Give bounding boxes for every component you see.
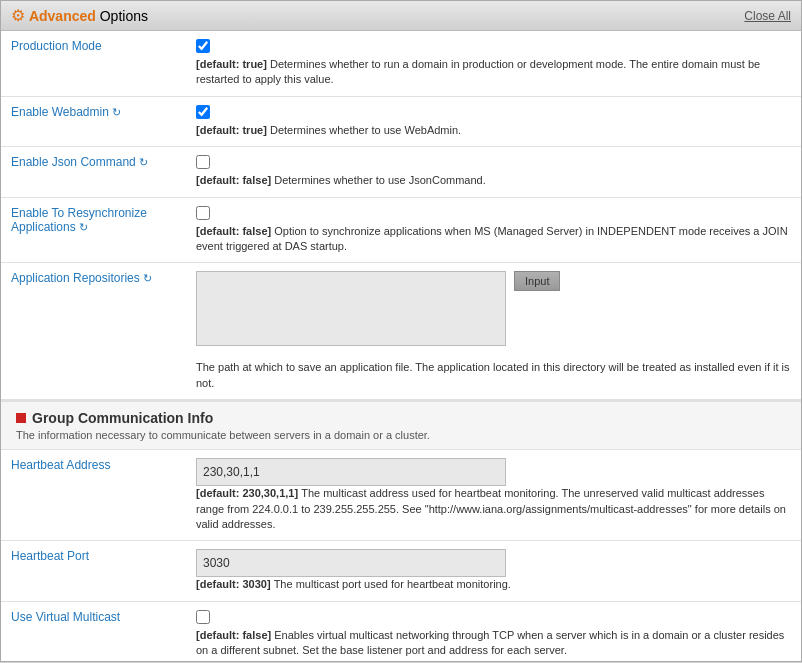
default-label-heartbeat-port: [default: 3030] [196, 578, 274, 590]
refresh-icon-enable-resynchronize[interactable]: ↻ [79, 221, 88, 234]
desc-enable-webadmin: Determines whether to use WebAdmin. [270, 124, 461, 136]
row-heartbeat-address: Heartbeat Address[default: 230,30,1,1] T… [1, 450, 801, 541]
label-cell-application-repositories: Application Repositories ↻ [1, 263, 186, 400]
textarea-application-repositories[interactable] [196, 271, 506, 346]
title-bar: ⚙ Advanced Options Close All [1, 1, 801, 31]
refresh-icon-enable-webadmin[interactable]: ↻ [112, 106, 121, 119]
label-heartbeat-address: Heartbeat Address [11, 458, 110, 472]
desc-heartbeat-port: The multicast port used for heartbeat mo… [274, 578, 511, 590]
window-title: ⚙ Advanced Options [11, 6, 148, 25]
section-description: The information necessary to communicate… [16, 429, 786, 441]
desc-use-virtual-multicast: Enables virtual multicast networking thr… [196, 629, 784, 656]
value-cell-heartbeat-address: [default: 230,30,1,1] The multicast addr… [186, 450, 801, 541]
text-input-heartbeat-port[interactable] [196, 549, 506, 577]
default-label-enable-json-command: [default: false] [196, 174, 274, 186]
desc-application-repositories: The path at which to save an application… [196, 361, 790, 388]
label-enable-webadmin: Enable Webadmin [11, 105, 109, 119]
desc-enable-resynchronize: Option to synchronize applications when … [196, 225, 788, 252]
default-label-heartbeat-address: [default: 230,30,1,1] [196, 487, 301, 499]
title-advanced: Advanced [29, 8, 96, 24]
checkbox-enable-json-command[interactable] [196, 155, 210, 169]
desc-enable-json-command: Determines whether to use JsonCommand. [274, 174, 486, 186]
label-cell-heartbeat-address: Heartbeat Address [1, 450, 186, 541]
gear-icon: ⚙ [11, 7, 25, 24]
content-area: Production Mode[default: true] Determine… [1, 31, 801, 661]
default-label-production-mode: [default: true] [196, 58, 270, 70]
value-cell-production-mode: [default: true] Determines whether to ru… [186, 31, 801, 96]
value-cell-enable-resynchronize: [default: false] Option to synchronize a… [186, 197, 801, 263]
label-cell-enable-resynchronize: Enable To Resynchronize Applications ↻ [1, 197, 186, 263]
section-title-text: Group Communication Info [32, 410, 213, 426]
desc-production-mode: Determines whether to run a domain in pr… [196, 58, 760, 85]
value-cell-enable-json-command: [default: false] Determines whether to u… [186, 147, 801, 197]
label-cell-production-mode: Production Mode [1, 31, 186, 96]
row-use-virtual-multicast: Use Virtual Multicast[default: false] En… [1, 601, 801, 661]
title-rest: Options [96, 8, 148, 24]
label-cell-use-virtual-multicast: Use Virtual Multicast [1, 601, 186, 661]
label-cell-enable-json-command: Enable Json Command ↻ [1, 147, 186, 197]
close-all-button[interactable]: Close All [744, 9, 791, 23]
row-enable-json-command: Enable Json Command ↻[default: false] De… [1, 147, 801, 197]
advanced-options-window: ⚙ Advanced Options Close All Production … [0, 0, 802, 662]
label-use-virtual-multicast: Use Virtual Multicast [11, 610, 120, 624]
row-enable-webadmin: Enable Webadmin ↻[default: true] Determi… [1, 96, 801, 146]
label-application-repositories: Application Repositories [11, 271, 140, 285]
refresh-icon-enable-json-command[interactable]: ↻ [139, 156, 148, 169]
row-production-mode: Production Mode[default: true] Determine… [1, 31, 801, 96]
default-label-enable-webadmin: [default: true] [196, 124, 270, 136]
repo-container: Input [196, 271, 791, 346]
section-settings-table: Heartbeat Address[default: 230,30,1,1] T… [1, 450, 801, 661]
section-title: Group Communication Info [16, 410, 786, 426]
row-application-repositories: Application Repositories ↻InputThe path … [1, 263, 801, 400]
row-heartbeat-port: Heartbeat Port[default: 3030] The multic… [1, 541, 801, 601]
default-label-use-virtual-multicast: [default: false] [196, 629, 274, 641]
settings-table: Production Mode[default: true] Determine… [1, 31, 801, 400]
checkbox-enable-webadmin[interactable] [196, 105, 210, 119]
value-cell-enable-webadmin: [default: true] Determines whether to us… [186, 96, 801, 146]
checkbox-enable-resynchronize[interactable] [196, 206, 210, 220]
group-communication-section: Group Communication Info The information… [1, 400, 801, 450]
label-heartbeat-port: Heartbeat Port [11, 549, 89, 563]
checkbox-use-virtual-multicast[interactable] [196, 610, 210, 624]
row-enable-resynchronize: Enable To Resynchronize Applications ↻[d… [1, 197, 801, 263]
value-cell-use-virtual-multicast: [default: false] Enables virtual multica… [186, 601, 801, 661]
label-cell-enable-webadmin: Enable Webadmin ↻ [1, 96, 186, 146]
value-cell-heartbeat-port: [default: 3030] The multicast port used … [186, 541, 801, 601]
input-button-application-repositories[interactable]: Input [514, 271, 560, 291]
label-enable-json-command: Enable Json Command [11, 155, 136, 169]
checkbox-production-mode[interactable] [196, 39, 210, 53]
label-cell-heartbeat-port: Heartbeat Port [1, 541, 186, 601]
value-cell-application-repositories: InputThe path at which to save an applic… [186, 263, 801, 400]
red-square-icon [16, 413, 26, 423]
label-production-mode: Production Mode [11, 39, 102, 53]
default-label-enable-resynchronize: [default: false] [196, 225, 274, 237]
text-input-heartbeat-address[interactable] [196, 458, 506, 486]
refresh-icon-application-repositories[interactable]: ↻ [143, 272, 152, 285]
